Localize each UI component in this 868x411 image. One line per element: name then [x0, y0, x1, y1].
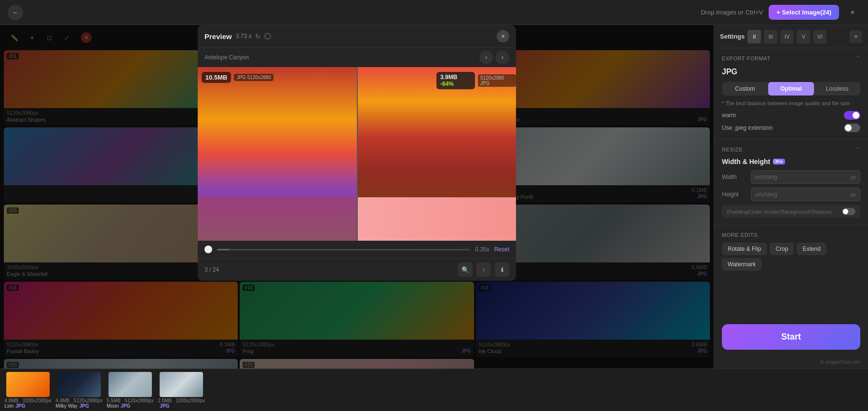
width-field-row: Width unchang px [722, 170, 860, 184]
quality-custom-tab[interactable]: Custom [722, 82, 768, 96]
filmstrip-info: 4.4MB 5120x2880px Milky Way JPG [55, 398, 102, 409]
expand-icon: ⌃ [855, 55, 860, 62]
pro-badge: Pro [773, 159, 785, 164]
filmstrip: 4.8MB 3200x2000px Lion JPG 4.4MB 5120x28… [0, 369, 868, 411]
height-label: Height [722, 191, 746, 198]
preview-image-area: 10.5MB JPG 5120x2880 [198, 67, 516, 241]
reduction-percentage: -64% [440, 81, 454, 87]
slider-fill [217, 249, 230, 250]
padding-label: (Padding/Outer border/Background/Shadow) [727, 209, 832, 215]
quality-optimal-tab[interactable]: Optimal [768, 82, 814, 96]
more-edits-title: More edits [722, 232, 860, 238]
warm-toggle[interactable] [844, 111, 860, 120]
jpeg-ext-label: Use .jpeg extension [722, 124, 773, 131]
footer-actions: 🔍 ↑ ⬇ [458, 262, 509, 277]
filmstrip-info: 4.8MB 3200x2000px Lion JPG [4, 398, 51, 409]
padding-toggle[interactable] [842, 208, 855, 215]
share-button[interactable]: ↑ [476, 262, 491, 277]
list-item[interactable]: 4.8MB 3200x2000px Lion JPG [4, 372, 52, 409]
compressed-meta: 5120x2880 JPG [478, 74, 516, 87]
tab-ii[interactable]: II [747, 30, 761, 43]
settings-panel: Settings II III IV V VI + Export format … [714, 25, 868, 369]
original-size: 10.5MB [202, 72, 231, 83]
export-format-header: Export format ⌃ [722, 55, 860, 62]
preview-pink-section [357, 197, 516, 241]
preview-slider-row: 0.35x Reset [198, 241, 516, 258]
menu-icon: ≡ [851, 9, 854, 16]
padding-toggle-knob [843, 209, 848, 214]
tab-iii[interactable]: III [764, 30, 777, 43]
preview-image-name: Antelope Canyon [204, 54, 249, 61]
quality-lossless-tab[interactable]: Lossless [814, 82, 860, 96]
watermark-button[interactable]: Watermark [722, 258, 761, 271]
preview-overlay: Preview 3.73 s ↻ × Antelope Canyon ‹ › [0, 25, 714, 369]
settings-label: Settings [720, 33, 745, 40]
prev-button[interactable]: ‹ [479, 51, 493, 64]
zoom-slider[interactable] [217, 249, 470, 250]
width-input[interactable]: unchang px [751, 170, 860, 184]
download-button[interactable]: ⬇ [495, 262, 509, 277]
jpeg-ext-toggle[interactable] [844, 123, 860, 132]
preview-original-info: 10.5MB JPG 5120x2880 [198, 72, 277, 83]
height-unit: px [850, 192, 856, 197]
height-input[interactable]: unchang px [751, 188, 860, 201]
preview-modal: Preview 3.73 s ↻ × Antelope Canyon ‹ › [198, 25, 516, 281]
list-item[interactable]: 5.5MB 5120x2880px Moon JPG [106, 372, 154, 409]
topbar: ← Drop images or Ctrl+V + Select Image(2… [0, 0, 868, 25]
more-edits-buttons: Rotate & Flip Crop Extend Watermark [722, 243, 860, 271]
next-button[interactable]: › [496, 51, 509, 64]
jpeg-ext-toggle-row: Use .jpeg extension [722, 123, 860, 132]
width-label: Width [722, 174, 746, 180]
preview-compressed: 3.9MB -64% 5120x2880 JPG [357, 67, 516, 241]
resize-label: Resize [722, 147, 743, 152]
image-grid-area: ✏️ ✦ ⊡ ⤢ ✕ #01 5120x2880px 5.5MB Abstrac… [0, 25, 714, 369]
refresh-icon[interactable]: ↻ [255, 33, 260, 40]
preview-original: 10.5MB JPG 5120x2880 [198, 67, 357, 241]
preview-footer: 3 / 24 🔍 ↑ ⬇ [198, 258, 516, 281]
list-item[interactable]: 4.4MB 5120x2880px Milky Way JPG [55, 372, 103, 409]
warm-toggle-knob [853, 112, 859, 119]
add-tab-button[interactable]: + [850, 30, 862, 43]
reset-button[interactable]: Reset [494, 246, 509, 253]
preview-header: Preview 3.73 s ↻ × [198, 25, 516, 48]
more-edits-section: More edits Rotate & Flip Crop Extend Wat… [714, 225, 868, 277]
export-format-label: Export format [722, 55, 771, 61]
filmstrip-info: 5.5MB 5120x2880px Moon JPG [107, 398, 153, 409]
resize-mode-label: Width & Height [722, 158, 770, 165]
width-unit: px [850, 174, 856, 180]
preview-title: Preview [204, 32, 232, 41]
resize-mode-row: Width & Height Pro [722, 158, 860, 165]
back-button[interactable]: ← [8, 5, 23, 20]
filmstrip-thumbnail [108, 372, 152, 397]
tab-v[interactable]: V [797, 30, 810, 43]
quality-tabs: Custom Optimal Lossless [722, 82, 860, 96]
start-button[interactable]: Start [722, 324, 860, 350]
preview-close-button[interactable]: × [497, 30, 509, 42]
list-item[interactable]: 2.0MB 3200x2000px JPG [157, 372, 205, 409]
preview-time: 3.73 s [236, 33, 252, 40]
rotate-flip-button[interactable]: Rotate & Flip [722, 243, 767, 255]
filmstrip-thumbnail [6, 372, 50, 397]
tab-vi[interactable]: VI [813, 30, 827, 43]
export-format-section: Export format ⌃ JPG Custom Optimal Lossl… [714, 48, 868, 139]
page-indicator: 3 / 24 [204, 266, 219, 273]
select-image-button[interactable]: + Select Image(24) [769, 5, 839, 20]
slider-handle[interactable] [204, 246, 212, 253]
zoom-in-button[interactable]: 🔍 [458, 262, 473, 277]
preview-divider[interactable] [357, 67, 358, 241]
menu-button[interactable]: ≡ [845, 5, 860, 20]
format-select[interactable]: JPG [722, 68, 860, 76]
padding-toggle-row: (Padding/Outer border/Background/Shadow) [722, 205, 860, 218]
resize-header: Resize ⌃ [722, 146, 860, 153]
zoom-level: 0.35x [475, 246, 489, 253]
quality-note: * The best balance between image quality… [722, 100, 860, 106]
preview-navigation: ‹ › [479, 51, 509, 64]
settings-tabs: Settings II III IV V VI + [714, 25, 868, 48]
extend-button[interactable]: Extend [797, 243, 826, 255]
warm-toggle-row: warm [722, 111, 860, 120]
jpeg-ext-toggle-knob [845, 124, 852, 131]
tab-iv[interactable]: IV [780, 30, 794, 43]
drop-hint: Drop images or Ctrl+V [701, 9, 763, 16]
filmstrip-thumbnail [160, 372, 203, 397]
crop-button[interactable]: Crop [770, 243, 794, 255]
